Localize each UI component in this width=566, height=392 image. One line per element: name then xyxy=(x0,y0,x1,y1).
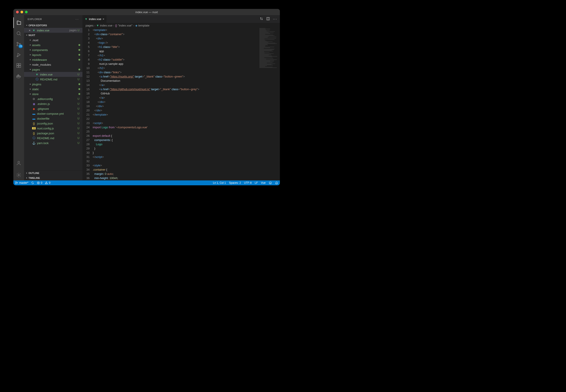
git-status: U xyxy=(77,127,80,130)
file-item[interactable]: {}package.jsonU xyxy=(24,131,83,136)
search-icon[interactable] xyxy=(13,28,24,39)
folder-item[interactable]: static xyxy=(24,87,83,92)
breadcrumb-item[interactable]: template xyxy=(138,24,150,27)
git-modified-dot-icon xyxy=(78,83,80,85)
braces-icon: {} xyxy=(115,24,117,27)
file-item[interactable]: ◆.gitignoreU xyxy=(24,106,83,111)
git-status: U xyxy=(77,73,80,76)
vue-icon: ▼ xyxy=(85,17,87,21)
timeline-label: TIMELINE xyxy=(28,177,40,179)
close-window-icon[interactable] xyxy=(16,11,19,13)
feedback-icon[interactable] xyxy=(269,181,272,184)
file-item[interactable]: ⓘREADME.mdU xyxy=(24,77,83,82)
code-area[interactable]: 1234567891011121314151617181920212223242… xyxy=(83,28,280,181)
file-label: nuxt.config.js xyxy=(37,127,77,130)
editor-actions: ··· xyxy=(260,15,280,23)
folder-item[interactable]: .nuxt xyxy=(24,38,83,42)
file-item[interactable]: ⓘREADME.mdU xyxy=(24,136,83,140)
folder-item[interactable]: plugins xyxy=(24,82,83,87)
eol-status[interactable]: LF xyxy=(255,181,258,184)
folder-item[interactable]: middleware xyxy=(24,57,83,62)
file-label: .gitignore xyxy=(37,107,77,111)
titlebar[interactable]: index.vue — nuxt xyxy=(13,9,280,15)
breadcrumb[interactable]: pages › ▼ index.vue › {} "index.vue" › ◈… xyxy=(83,23,280,28)
sidebar-title: EXPLORER ··· xyxy=(24,15,83,23)
svg-rect-6 xyxy=(19,63,21,65)
sync-status[interactable] xyxy=(31,181,34,184)
folder-item[interactable]: assets xyxy=(24,42,83,47)
more-icon[interactable]: ··· xyxy=(76,18,79,20)
zoom-window-icon[interactable] xyxy=(25,11,28,13)
folder-label: components xyxy=(32,48,78,52)
editor-tabs: ▼ index.vue × ··· xyxy=(83,15,280,23)
template-icon: ◈ xyxy=(135,24,138,27)
folder-item[interactable]: layouts xyxy=(24,52,83,57)
cursor-position[interactable]: Ln 1, Col 1 xyxy=(213,181,226,184)
accounts-icon[interactable] xyxy=(13,158,24,168)
problems-status[interactable]: 0 0 xyxy=(37,181,50,184)
encoding-status[interactable]: UTF-8 xyxy=(244,181,252,184)
indentation-status[interactable]: Spaces: 2 xyxy=(229,181,241,184)
file-item[interactable]: JSnuxt.config.jsU xyxy=(24,126,83,131)
extensions-icon[interactable] xyxy=(13,60,24,71)
project-section[interactable]: NUXT xyxy=(24,33,83,38)
open-editor-item[interactable]: ×▼index.vuepagesU xyxy=(24,28,83,33)
file-item[interactable]: {}jsconfig.jsonU xyxy=(24,121,83,126)
language-mode[interactable]: Vue xyxy=(261,181,266,184)
timeline-section[interactable]: TIMELINE xyxy=(24,176,83,181)
explorer-icon[interactable] xyxy=(13,17,24,28)
file-item[interactable]: ▼index.vueU xyxy=(24,72,83,77)
close-tab-icon[interactable]: × xyxy=(103,17,104,21)
svg-point-20 xyxy=(269,182,272,184)
tab-index-vue[interactable]: ▼ index.vue × xyxy=(83,15,107,23)
code-lines[interactable]: <template> <div class="container"> <div>… xyxy=(93,28,280,181)
file-item[interactable]: ⚓yarn.lockU xyxy=(24,140,83,145)
close-icon[interactable]: × xyxy=(28,29,31,32)
editor: ▼ index.vue × ··· pages › ▼ index.vue › … xyxy=(83,15,280,181)
svg-point-0 xyxy=(17,32,20,35)
run-debug-icon[interactable] xyxy=(13,49,24,60)
file-item[interactable]: ▬dockerfileU xyxy=(24,116,83,121)
vue-icon: ▼ xyxy=(32,28,36,32)
vue-icon: ▼ xyxy=(35,73,39,76)
scm-badge: 23 xyxy=(18,44,23,48)
folder-item[interactable]: components xyxy=(24,47,83,52)
folder-item[interactable]: store xyxy=(24,92,83,97)
svg-rect-11 xyxy=(19,76,20,77)
breadcrumb-item[interactable]: index.vue xyxy=(100,24,113,27)
compare-changes-icon[interactable] xyxy=(260,17,263,21)
outline-label: OUTLINE xyxy=(28,172,39,174)
warning-count: 0 xyxy=(49,181,50,184)
breadcrumb-item[interactable]: "index.vue" xyxy=(118,24,132,27)
svg-rect-12 xyxy=(18,75,19,75)
git-status: U xyxy=(77,29,80,32)
minimap[interactable] xyxy=(258,28,280,181)
docker-icon[interactable] xyxy=(13,71,24,82)
outline-section[interactable]: OUTLINE xyxy=(24,171,83,176)
source-control-icon[interactable]: 23 xyxy=(13,39,24,49)
git-status: U xyxy=(77,132,80,135)
file-item[interactable]: ⚙.editorconfigU xyxy=(24,97,83,101)
minimize-window-icon[interactable] xyxy=(20,11,23,13)
git-status: U xyxy=(77,78,80,81)
chevron-right-icon: › xyxy=(133,24,134,27)
git-status: U xyxy=(77,122,80,125)
open-editors-section[interactable]: OPEN EDITORS xyxy=(24,23,83,28)
folder-label: layouts xyxy=(32,53,78,56)
git-branch-status[interactable]: master* xyxy=(15,181,28,184)
file-label: index.vue xyxy=(40,73,77,76)
docker-icon: ▬ xyxy=(32,112,36,115)
file-item[interactable]: ◉.eslintrc.jsU xyxy=(24,101,83,106)
folder-item[interactable]: node_modules xyxy=(24,62,83,67)
more-actions-icon[interactable]: ··· xyxy=(273,17,277,21)
git-status: U xyxy=(77,117,80,120)
folder-label: node_modules xyxy=(32,63,80,66)
settings-gear-icon[interactable] xyxy=(13,170,24,181)
file-item[interactable]: ▬docker-compose.ymlU xyxy=(24,111,83,116)
svg-point-17 xyxy=(15,183,16,184)
breadcrumb-item[interactable]: pages xyxy=(85,24,93,27)
notifications-icon[interactable] xyxy=(275,181,278,184)
folder-item[interactable]: pages xyxy=(24,67,83,72)
sidebar-title-label: EXPLORER xyxy=(28,18,42,20)
split-editor-icon[interactable] xyxy=(266,17,270,21)
